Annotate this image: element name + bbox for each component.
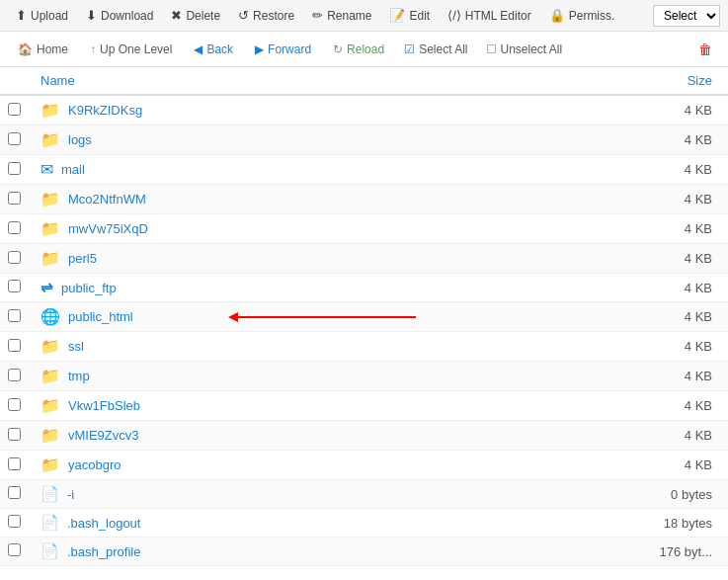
reload-icon: ↻: [333, 42, 343, 56]
row-filename[interactable]: public_html: [68, 309, 133, 324]
row-filename[interactable]: mail: [61, 162, 85, 177]
row-checkbox[interactable]: [8, 103, 21, 116]
row-size-cell: 4 KB: [462, 451, 728, 480]
permissions-button[interactable]: 🔒 Permiss.: [541, 5, 623, 26]
row-name-cell: 📁vMIE9Zvcv3: [31, 421, 462, 450]
row-filename[interactable]: mwVw75iXqD: [68, 221, 148, 236]
select-dropdown[interactable]: Select: [653, 5, 720, 27]
table-row[interactable]: 📁Vkw1FbSleb4 KB: [0, 391, 728, 421]
folder-icon: 📁: [40, 190, 60, 208]
toolbar: ⬆ Upload ⬇ Download ✖ Delete ↺ Restore ✏…: [0, 0, 728, 32]
delete-icon: ✖: [171, 8, 182, 23]
row-name-cell: 📁logs: [31, 125, 462, 154]
row-filename[interactable]: .bash_profile: [67, 544, 140, 559]
forward-icon: ▶: [255, 42, 264, 56]
delete-button[interactable]: ✖ Delete: [163, 5, 228, 26]
folder-icon: 📁: [40, 249, 60, 268]
row-checkbox[interactable]: [8, 486, 21, 499]
navbar: 🏠 Home ↑ Up One Level ◀ Back ▶ Forward ↻…: [0, 32, 728, 67]
size-column-header[interactable]: Size: [462, 67, 728, 95]
folder-icon: 📁: [40, 130, 60, 149]
html-editor-icon: ⟨/⟩: [447, 8, 461, 23]
upload-button[interactable]: ⬆ Upload: [8, 5, 76, 26]
row-size-cell: 4 KB: [462, 155, 728, 185]
table-row[interactable]: 📄.bash_profile176 byt...: [0, 538, 728, 566]
row-filename[interactable]: .bash_logout: [67, 516, 140, 531]
rename-button[interactable]: ✏ Rename: [304, 5, 379, 26]
arrow-svg: [228, 307, 426, 327]
row-filename[interactable]: logs: [68, 132, 92, 147]
row-checkbox-cell: [0, 95, 31, 125]
restore-button[interactable]: ↺ Restore: [230, 5, 302, 26]
row-checkbox[interactable]: [8, 162, 21, 175]
row-checkbox[interactable]: [8, 398, 21, 411]
row-checkbox-cell: [0, 451, 31, 480]
table-row[interactable]: 🌐public_html 4 KB: [0, 302, 728, 332]
folder-icon: 📁: [40, 219, 60, 238]
row-checkbox[interactable]: [8, 457, 21, 470]
row-checkbox[interactable]: [8, 280, 21, 292]
table-row[interactable]: 📁logs4 KB: [0, 125, 728, 155]
table-row[interactable]: ⇌public_ftp4 KB: [0, 274, 728, 302]
table-row[interactable]: 📁ssl4 KB: [0, 332, 728, 362]
html-editor-button[interactable]: ⟨/⟩ HTML Editor: [440, 5, 539, 26]
row-name-cell: 📄-i: [31, 480, 462, 508]
checkbox-header: [0, 67, 31, 95]
html-icon: 🌐: [40, 307, 60, 326]
row-filename[interactable]: vMIE9Zvcv3: [68, 428, 139, 443]
table-row[interactable]: 📁K9RkZIDKsg4 KB: [0, 95, 728, 125]
row-checkbox[interactable]: [8, 309, 21, 322]
row-filename[interactable]: -i: [67, 487, 74, 502]
edit-button[interactable]: 📝 Edit: [381, 5, 438, 26]
table-row[interactable]: 📁perl54 KB: [0, 244, 728, 274]
table-row[interactable]: 📁vMIE9Zvcv34 KB: [0, 421, 728, 451]
download-button[interactable]: ⬇ Download: [78, 5, 161, 26]
row-checkbox[interactable]: [8, 515, 21, 528]
row-checkbox[interactable]: [8, 192, 21, 205]
row-filename[interactable]: public_ftp: [61, 281, 117, 295]
row-name-cell: 🌐public_html: [31, 302, 462, 331]
table-row[interactable]: 📄.bash_logout18 bytes: [0, 509, 728, 538]
row-size-cell: 18 bytes: [462, 509, 728, 538]
row-name-cell: 📄.bash_profile: [31, 538, 462, 565]
reload-button[interactable]: ↻ Reload: [323, 39, 394, 60]
row-checkbox[interactable]: [8, 339, 21, 352]
row-name-cell: 📁mwVw75iXqD: [31, 214, 462, 243]
table-row[interactable]: 📁yacobgro4 KB: [0, 451, 728, 480]
table-row[interactable]: 📄-i0 bytes: [0, 480, 728, 509]
row-filename[interactable]: Mco2NtfnWM: [68, 192, 146, 207]
row-checkbox-cell: [0, 538, 31, 566]
row-filename[interactable]: yacobgro: [68, 457, 121, 472]
table-row[interactable]: ✉mail4 KB: [0, 155, 728, 185]
row-filename[interactable]: K9RkZIDKsg: [68, 103, 142, 118]
row-filename[interactable]: perl5: [68, 251, 97, 266]
row-name-cell: 📁perl5: [31, 244, 462, 273]
select-all-button[interactable]: ☑ Select All: [396, 39, 475, 60]
row-checkbox[interactable]: [8, 428, 21, 441]
row-checkbox-cell: [0, 509, 31, 538]
name-column-header[interactable]: Name: [31, 67, 462, 95]
row-checkbox[interactable]: [8, 132, 21, 145]
row-name-cell: 📁Vkw1FbSleb: [31, 391, 462, 420]
row-checkbox[interactable]: [8, 221, 21, 234]
row-filename[interactable]: Vkw1FbSleb: [68, 398, 140, 413]
row-size-cell: 4 KB: [462, 244, 728, 274]
up-one-level-button[interactable]: ↑ Up One Level: [80, 39, 182, 60]
row-size-cell: 0 bytes: [462, 480, 728, 509]
trash-button[interactable]: 🗑: [690, 38, 720, 61]
row-checkbox[interactable]: [8, 369, 21, 381]
table-row[interactable]: 📁mwVw75iXqD4 KB: [0, 214, 728, 244]
forward-button[interactable]: ▶ Forward: [245, 39, 321, 60]
row-checkbox[interactable]: [8, 251, 21, 264]
row-filename[interactable]: ssl: [68, 339, 84, 354]
table-row[interactable]: 📁tmp4 KB: [0, 362, 728, 391]
row-name-cell: ✉mail: [31, 155, 462, 184]
home-button[interactable]: 🏠 Home: [8, 39, 78, 60]
table-row[interactable]: 📁Mco2NtfnWM4 KB: [0, 185, 728, 214]
row-checkbox-cell: [0, 244, 31, 274]
back-button[interactable]: ◀ Back: [184, 39, 243, 60]
row-size-cell: 176 byt...: [462, 538, 728, 566]
row-filename[interactable]: tmp: [68, 369, 90, 383]
row-checkbox[interactable]: [8, 543, 21, 556]
unselect-all-button[interactable]: ☐ Unselect All: [478, 39, 571, 60]
